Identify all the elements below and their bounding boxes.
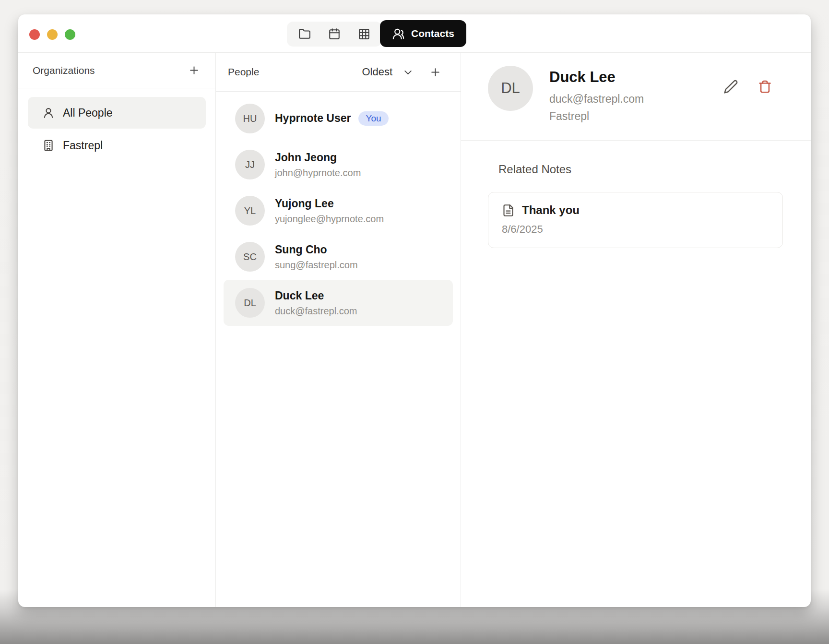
contacts-view-label: Contacts (411, 28, 454, 39)
file-text-icon (502, 204, 515, 217)
chevron-down-icon (402, 66, 414, 78)
person-name: John Jeong (275, 151, 337, 164)
notes-view-button[interactable] (290, 22, 320, 47)
contact-organization: Fastrepl (549, 110, 722, 123)
related-note-card[interactable]: Thank you 8/6/2025 (488, 192, 783, 248)
app-window: Contacts Organizations All People Fastre… (18, 14, 811, 607)
related-notes-list: Thank you 8/6/2025 (488, 192, 783, 248)
add-person-button[interactable] (427, 64, 443, 80)
folder-icon (298, 28, 311, 40)
contact-detail-panel: DL Duck Lee duck@fastrepl.com Fastrepl R… (461, 53, 811, 607)
sort-label: Oldest (362, 66, 392, 78)
pencil-icon (723, 79, 738, 94)
contact-identity: Duck Lee duck@fastrepl.com Fastrepl (549, 66, 722, 123)
main-content: Organizations All People Fastrepl People… (18, 53, 811, 607)
person-name: Hyprnote User (275, 112, 351, 125)
person-email: duck@fastrepl.com (275, 306, 357, 317)
sidebar-item-label: Fastrepl (63, 139, 103, 152)
contact-detail-body: Related Notes Thank you 8/6/2025 (461, 141, 811, 248)
titlebar: Contacts (18, 14, 811, 53)
sidebar-item-fastrepl[interactable]: Fastrepl (28, 130, 206, 161)
contact-name: Duck Lee (549, 69, 722, 86)
minimize-window-button[interactable] (47, 29, 58, 40)
users-icon (392, 27, 405, 40)
add-organization-button[interactable] (186, 62, 202, 78)
note-title: Thank you (522, 203, 580, 217)
contact-actions (722, 78, 773, 95)
organizations-header: Organizations (18, 53, 215, 88)
contact-avatar: DL (488, 66, 533, 111)
person-email: john@hyprnote.com (275, 167, 361, 179)
table-icon (358, 28, 370, 40)
people-header-actions: Oldest (362, 64, 443, 80)
you-badge: You (358, 111, 388, 126)
person-list-item-sc[interactable]: SC Sung Cho sung@fastrepl.com (224, 234, 453, 280)
organizations-list: All People Fastrepl (18, 88, 215, 170)
zoom-window-button[interactable] (65, 29, 75, 40)
window-controls (29, 29, 75, 40)
table-view-button[interactable] (349, 22, 379, 47)
person-avatar: HU (235, 104, 265, 133)
people-header: People Oldest (216, 53, 461, 92)
person-name: Duck Lee (275, 289, 324, 302)
people-list: HU Hyprnote User You JJ John Jeong john@… (216, 92, 461, 330)
contacts-view-button[interactable]: Contacts (380, 20, 466, 47)
sort-dropdown[interactable]: Oldest (362, 64, 414, 80)
person-avatar: YL (235, 196, 265, 226)
person-avatar: DL (235, 288, 265, 318)
person-list-item-yl[interactable]: YL Yujong Lee yujonglee@hyprnote.com (224, 188, 453, 234)
sidebar-item-all-people[interactable]: All People (28, 97, 206, 129)
edit-contact-button[interactable] (722, 78, 739, 95)
user-icon (42, 107, 55, 119)
calendar-icon (328, 28, 341, 40)
delete-contact-button[interactable] (757, 78, 773, 95)
person-name: Sung Cho (275, 243, 327, 256)
calendar-view-button[interactable] (320, 22, 349, 47)
plus-icon (188, 64, 200, 76)
person-list-item-dl[interactable]: DL Duck Lee duck@fastrepl.com (224, 280, 453, 326)
people-title: People (228, 66, 259, 78)
trash-icon (758, 79, 772, 94)
close-window-button[interactable] (29, 29, 40, 40)
person-email: yujonglee@hyprnote.com (275, 214, 384, 225)
note-date: 8/6/2025 (502, 223, 769, 236)
view-switcher: Contacts (287, 20, 466, 47)
organizations-sidebar: Organizations All People Fastrepl (18, 53, 216, 607)
organizations-title: Organizations (33, 65, 95, 76)
plus-icon (429, 66, 441, 78)
related-notes-title: Related Notes (498, 163, 783, 176)
person-email: sung@fastrepl.com (275, 260, 358, 271)
person-avatar: JJ (235, 150, 265, 179)
sidebar-item-label: All People (63, 107, 113, 119)
person-avatar: SC (235, 242, 265, 272)
person-name: Yujong Lee (275, 197, 334, 210)
contact-detail-header: DL Duck Lee duck@fastrepl.com Fastrepl (461, 53, 811, 141)
people-panel: People Oldest HU Hyprnote User You (216, 53, 461, 607)
contact-email: duck@fastrepl.com (549, 93, 722, 106)
view-switcher-group (287, 22, 382, 47)
building-icon (42, 139, 55, 152)
person-list-item-hu[interactable]: HU Hyprnote User You (224, 95, 453, 142)
person-list-item-jj[interactable]: JJ John Jeong john@hyprnote.com (224, 142, 453, 188)
